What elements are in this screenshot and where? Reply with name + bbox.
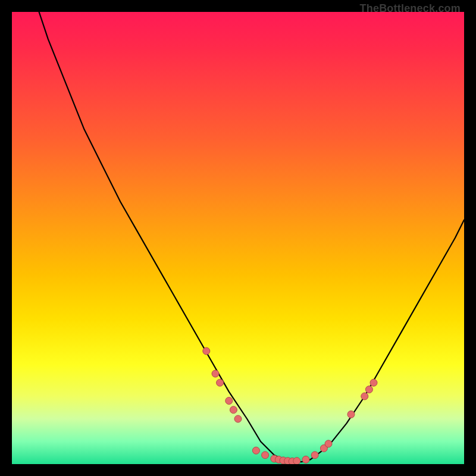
highlight-dot <box>293 458 300 464</box>
curve-layer <box>12 12 464 464</box>
highlight-dot <box>226 397 233 405</box>
highlight-dot <box>361 393 368 400</box>
highlight-dot <box>365 386 372 393</box>
highlight-dot <box>234 415 242 422</box>
highlight-dot <box>217 379 224 386</box>
highlight-dots <box>203 347 377 464</box>
highlight-dot <box>212 370 219 377</box>
highlight-dot <box>311 452 318 459</box>
highlight-dot <box>370 379 377 386</box>
highlight-dot <box>203 347 210 355</box>
chart-frame: TheBottleneck.com <box>0 0 476 476</box>
highlight-dot <box>230 406 237 414</box>
highlight-dot <box>325 440 332 447</box>
highlight-dot <box>347 411 355 418</box>
highlight-dot <box>262 452 269 459</box>
highlight-dot <box>302 456 309 463</box>
highlight-dot <box>252 447 259 454</box>
plot-area <box>12 12 464 464</box>
bottleneck-curve <box>12 12 464 462</box>
